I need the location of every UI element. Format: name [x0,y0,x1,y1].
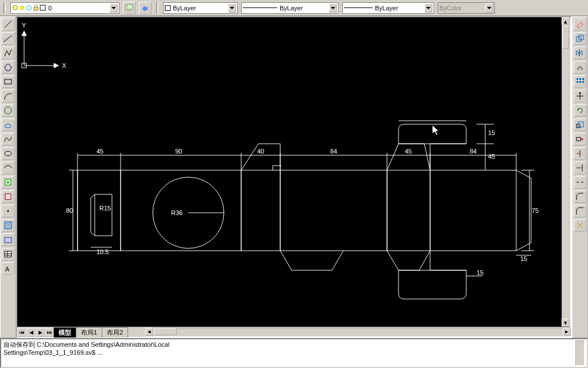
svg-point-1 [21,6,24,10]
command-scrollbar[interactable] [575,340,585,366]
svg-text:45: 45 [96,148,103,155]
svg-rect-86 [579,81,581,83]
xline-tool[interactable] [2,32,14,45]
color-dropdown[interactable]: ByLayer [163,2,238,14]
make-block-tool[interactable] [2,190,14,203]
svg-rect-19 [5,251,11,257]
insert-block-tool[interactable] [2,176,14,189]
svg-point-0 [13,5,18,10]
freeze-icon [26,5,32,11]
svg-rect-29 [430,170,516,251]
scale-tool[interactable] [574,118,586,131]
plotstyle-value: ByColor [439,5,462,12]
lightbulb-icon [12,5,18,11]
layout-tabs-bar: ⏮ ◀ ▶ ⏭ 模型 布局1 布局2 ◂▸ [17,327,571,337]
svg-rect-84 [582,78,584,80]
tab-layout1[interactable]: 布局1 [76,327,102,338]
ellipse-arc-tool[interactable] [2,162,14,174]
svg-text:R36: R36 [171,209,183,216]
stretch-tool[interactable] [574,133,586,145]
svg-rect-27 [280,170,387,251]
ellipse-tool[interactable] [2,147,14,160]
tab-model[interactable]: 模型 [53,327,76,338]
svg-text:45: 45 [488,153,495,160]
spline-tool[interactable] [2,133,14,145]
break-tool[interactable] [574,176,586,189]
svg-text:84: 84 [330,148,337,155]
layer-previous-icon[interactable] [139,2,152,14]
svg-marker-81 [580,51,582,55]
command-text-2: Settings\Temp\03_1_1_9169.sv$ ... [3,349,575,356]
explode-tool[interactable] [574,219,586,232]
vertical-scrollbar[interactable]: ▴▾ [562,17,571,327]
trim-tool[interactable] [574,147,586,160]
polyline-tool[interactable] [2,47,14,59]
polygon-tool[interactable] [2,61,14,74]
layer-manager-icon[interactable] [123,2,136,14]
svg-text:A: A [5,266,10,273]
text-tool[interactable]: A [2,262,14,275]
offset-tool[interactable] [574,61,586,74]
command-line[interactable]: 自动保存到 C:\Documents and Settings\Administ… [0,338,588,368]
copy-tool[interactable] [574,32,586,45]
svg-marker-71 [54,63,59,68]
svg-text:90: 90 [175,148,182,155]
tab-last-button[interactable]: ⏭ [45,328,54,337]
horizontal-scrollbar[interactable]: ◂▸ [145,328,571,337]
svg-marker-88 [579,92,581,94]
hatch-tool[interactable] [2,219,14,232]
tab-prev-button[interactable]: ◀ [26,328,36,337]
tab-layout2[interactable]: 布局2 [102,327,128,338]
svg-rect-28 [387,170,430,251]
line-tool[interactable] [2,18,14,30]
svg-marker-73 [22,31,26,36]
mirror-tool[interactable] [574,47,586,59]
lineweight-dropdown[interactable]: ByLayer [342,2,434,14]
chamfer-tool[interactable] [574,190,586,203]
revcloud-tool[interactable] [2,118,14,131]
point-tool[interactable] [2,205,14,217]
svg-line-9 [3,35,13,40]
linetype-dropdown[interactable]: ByLayer [241,2,339,14]
svg-text:80: 80 [66,207,73,214]
svg-rect-87 [582,81,584,83]
linetype-value: ByLayer [280,5,303,12]
tab-next-button[interactable]: ▶ [36,328,45,337]
move-tool[interactable] [574,90,586,102]
svg-text:10.5: 10.5 [96,248,109,255]
svg-rect-18 [5,237,11,243]
cursor-icon [432,125,442,137]
erase-tool[interactable] [574,18,586,30]
plotstyle-dropdown: ByColor [438,2,495,14]
svg-point-12 [5,107,11,114]
table-tool[interactable] [2,248,14,260]
tab-first-button[interactable]: ⏮ [17,328,26,337]
svg-marker-77 [432,125,439,135]
svg-rect-85 [577,81,578,83]
svg-rect-11 [5,79,11,84]
svg-text:75: 75 [532,207,539,214]
svg-point-2 [27,6,32,10]
svg-marker-10 [5,64,11,71]
svg-marker-80 [577,51,579,55]
arc-tool[interactable] [2,90,14,102]
circle-tool[interactable] [2,104,14,117]
svg-rect-15 [5,194,11,200]
extend-tool[interactable] [574,162,586,174]
fillet-tool[interactable] [574,205,586,217]
svg-rect-82 [577,78,578,80]
rotate-tool[interactable] [574,104,586,117]
svg-line-102 [577,223,580,225]
sun-icon [19,5,25,11]
drawing-canvas[interactable]: 45 90 40 84 45 84 15 [17,17,562,327]
properties-toolbar: 0 ByLayer ByLayer ByLayer ByColor [0,0,588,16]
layer-dropdown[interactable]: 0 [10,2,119,14]
rectangle-tool[interactable] [2,75,14,88]
lock-icon [33,5,39,11]
svg-line-105 [580,225,583,228]
region-tool[interactable] [2,233,14,246]
array-tool[interactable] [574,75,586,88]
drawing-area-wrap: 45 90 40 84 45 84 15 [16,16,572,338]
svg-text:84: 84 [470,148,477,155]
svg-marker-93 [582,138,583,140]
